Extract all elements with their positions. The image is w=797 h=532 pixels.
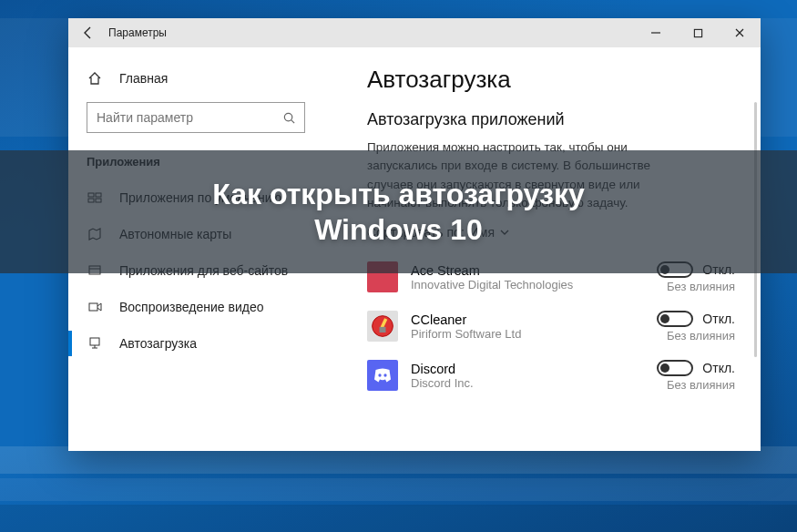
startup-icon — [87, 336, 103, 351]
sidebar-item-video-playback[interactable]: Воспроизведение видео — [68, 289, 342, 325]
startup-impact: Без влияния — [667, 378, 735, 392]
section-description: Приложения можно настроить так, чтобы он… — [367, 138, 695, 212]
svg-point-2 — [284, 113, 291, 120]
window-title: Параметры — [108, 26, 167, 39]
startup-impact: Без влияния — [667, 280, 735, 293]
app-publisher: Innovative Digital Technologies — [411, 278, 657, 292]
app-row: Discord Discord Inc. Откл. Без влияния — [367, 351, 735, 400]
app-publisher: Piriform Software Ltd — [411, 327, 657, 341]
startup-impact: Без влияния — [667, 329, 735, 343]
sidebar-home[interactable]: Главная — [68, 64, 342, 93]
toggle-state-label: Откл. — [702, 361, 735, 375]
page-title: Автозагрузка — [367, 66, 735, 94]
search-box[interactable] — [87, 102, 305, 133]
sidebar-item-startup[interactable]: Автозагрузка — [68, 325, 342, 362]
app-row: CCleaner Piriform Software Ltd Откл. Без… — [367, 302, 735, 351]
startup-toggle[interactable] — [657, 311, 693, 327]
app-icon — [367, 311, 398, 342]
app-name: CCleaner — [411, 312, 657, 327]
startup-toggle[interactable] — [657, 261, 693, 278]
svg-rect-16 — [380, 327, 386, 332]
toggle-state-label: Откл. — [702, 312, 735, 326]
app-name: Discord — [411, 362, 657, 376]
svg-point-17 — [378, 373, 381, 376]
svg-line-3 — [291, 119, 293, 122]
sidebar-item-label: Воспроизведение видео — [119, 300, 263, 314]
sort-control[interactable]: Сортировать по: Имя — [367, 225, 735, 240]
svg-point-18 — [383, 373, 386, 376]
app-name: Ace Stream — [411, 263, 657, 278]
app-icon — [367, 360, 398, 391]
svg-rect-6 — [88, 199, 94, 202]
search-input[interactable] — [87, 110, 273, 125]
sort-value: Имя — [470, 225, 495, 240]
settings-window: Параметры Главная — [68, 18, 761, 451]
sidebar-section-label: Приложения — [68, 149, 342, 179]
svg-rect-11 — [90, 338, 99, 345]
app-row: Ace Stream Innovative Digital Technologi… — [367, 252, 735, 302]
sidebar-item-offline-maps[interactable]: Автономные карты — [68, 216, 342, 252]
maximize-button[interactable] — [677, 18, 719, 47]
sidebar-item-label: Автономные карты — [119, 227, 231, 241]
toggle-state-label: Откл. — [702, 262, 735, 277]
svg-rect-8 — [89, 266, 100, 274]
section-title: Автозагрузка приложений — [367, 110, 735, 129]
search-icon — [273, 111, 304, 125]
sidebar-home-label: Главная — [119, 71, 168, 86]
app-icon — [367, 261, 398, 292]
svg-rect-10 — [89, 303, 97, 311]
scrollbar[interactable] — [754, 102, 757, 357]
video-icon — [87, 300, 103, 314]
sidebar: Главная Приложения Приложения по умолчан… — [68, 47, 342, 451]
default-apps-icon — [87, 190, 103, 205]
titlebar: Параметры — [68, 18, 761, 47]
svg-rect-1 — [694, 29, 701, 36]
sidebar-item-label: Автозагрузка — [119, 336, 197, 351]
home-icon — [87, 71, 103, 86]
sort-label: Сортировать по: — [367, 225, 465, 240]
close-button[interactable] — [719, 18, 761, 47]
svg-rect-7 — [96, 199, 101, 202]
content-pane: Автозагрузка Автозагрузка приложений При… — [342, 47, 761, 451]
app-publisher: Discord Inc. — [411, 376, 657, 390]
chevron-down-icon — [500, 228, 509, 237]
startup-toggle[interactable] — [657, 360, 693, 376]
svg-rect-5 — [96, 193, 101, 197]
minimize-button[interactable] — [635, 18, 677, 47]
maps-icon — [87, 227, 103, 241]
svg-rect-4 — [88, 193, 94, 197]
sidebar-item-default-apps[interactable]: Приложения по умолчанию — [68, 179, 342, 216]
website-apps-icon — [87, 263, 103, 278]
sidebar-item-label: Приложения по умолчанию — [119, 190, 281, 205]
back-button[interactable] — [68, 18, 108, 47]
sidebar-item-website-apps[interactable]: Приложения для веб-сайтов — [68, 252, 342, 289]
sidebar-item-label: Приложения для веб-сайтов — [119, 263, 288, 278]
